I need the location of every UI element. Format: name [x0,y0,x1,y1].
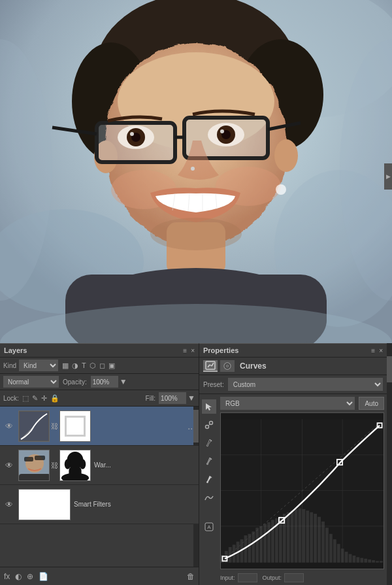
curves-output-value[interactable] [284,573,304,582]
curves-eyedropper-gray[interactable] [202,454,216,469]
opacity-label: Opacity: [63,378,87,386]
svg-rect-95 [306,510,309,562]
layer-chain-icon[interactable]: ⛓ [51,422,58,430]
svg-rect-113 [376,561,379,562]
blend-mode-select[interactable]: Normal Multiply Screen [3,376,59,388]
add-mask-button[interactable]: ◐ [15,572,22,581]
curves-right-column: RGB Red Green Blue Auto [220,397,384,582]
svg-point-22 [130,132,134,136]
svg-point-10 [274,139,298,172]
rgb-channel-row: RGB Red Green Blue Auto [220,397,384,410]
create-group-button[interactable]: ⊕ [27,572,33,581]
layer-visibility-toggle[interactable]: 👁 [3,500,15,509]
svg-rect-107 [353,556,356,563]
svg-point-49 [80,459,86,469]
shape-layer-icon[interactable]: ⬡ [90,361,96,370]
svg-text:A: A [207,524,211,530]
mask-properties-tab[interactable] [220,360,235,372]
properties-panel-header: Properties ≡ × [199,344,387,358]
layer-item[interactable]: 👁 ⛓ [0,407,199,446]
layer-content-thumb [18,410,50,442]
curves-input-value[interactable] [238,573,257,582]
lock-fill-row: Lock: ⬚ ✎ ✛ 🔒 Fill: ▼ [0,390,199,407]
curves-wave-tool[interactable] [202,491,216,505]
layers-panel: Layers ≡ × Kind Kind ▦ ◑ T ⬡ ◻ ▣ [0,343,199,585]
svg-rect-81 [252,531,255,562]
kind-filter-label: Kind [3,362,16,369]
curves-pointer-tool[interactable] [202,399,216,414]
layer-item[interactable]: 👁 ⛓ [0,446,199,485]
layers-header-icons: ≡ × [183,347,195,354]
smart-object-icon[interactable]: ◻ [99,361,105,370]
photo-canvas: ▶ [0,0,392,343]
svg-rect-90 [287,512,290,563]
layer-visibility-toggle[interactable]: 👁 [3,461,15,470]
pixel-layer-icon[interactable]: ▦ [62,361,69,370]
layers-panel-title: Layers [4,346,27,354]
adjustment-properties-tab[interactable] [203,360,218,372]
properties-scroll-thumb[interactable] [387,356,392,382]
layers-scroll-thumb[interactable] [193,410,199,443]
lock-position-icon[interactable]: ⬚ [22,394,29,403]
blend-opacity-row: Normal Multiply Screen Opacity: ▼ [0,374,199,390]
svg-rect-111 [368,560,371,563]
svg-rect-109 [360,558,363,563]
svg-rect-98 [318,517,321,563]
filter-icon[interactable]: ▣ [108,361,115,370]
properties-panel-title: Properties [203,346,238,354]
curves-clip-warning[interactable]: A [202,520,216,534]
svg-point-48 [65,459,71,469]
properties-scrollbar[interactable] [387,343,392,585]
svg-rect-86 [271,520,274,562]
curves-thumb-preview [19,411,49,441]
delete-layer-button[interactable]: 🗑 [187,572,195,581]
svg-rect-82 [255,527,259,562]
svg-rect-112 [372,560,375,563]
curves-tools-column: A [202,397,218,582]
properties-close-icon[interactable]: × [379,347,383,354]
adjustment-layer-icon[interactable]: ◑ [72,361,78,370]
svg-rect-91 [291,510,294,562]
lock-pixel-icon[interactable]: ✎ [32,394,38,403]
svg-point-26 [220,129,224,133]
rgb-channel-select[interactable]: RGB Red Green Blue [220,397,355,410]
curves-eyedropper-black[interactable] [202,436,216,450]
add-fx-button[interactable]: fx [4,572,10,581]
svg-rect-85 [267,522,270,563]
opacity-input[interactable] [91,376,118,388]
create-layer-button[interactable]: 📄 [39,572,48,581]
svg-point-27 [191,167,195,171]
properties-menu-icon[interactable]: ≡ [371,347,375,354]
layer-thumbnails: ⛓ [18,450,91,481]
layer-chain-icon[interactable]: ⛓ [51,461,58,469]
panel-collapse-handle[interactable]: ▶ [384,163,392,190]
curves-graph[interactable] [220,412,384,569]
kind-filter-select[interactable]: Kind [19,359,58,371]
type-layer-icon[interactable]: T [82,361,86,370]
fill-dropdown-arrow[interactable]: ▼ [188,393,195,403]
layer-visibility-toggle[interactable]: 👁 [3,422,15,431]
layers-panel-close-icon[interactable]: × [191,347,195,354]
layers-panel-menu-icon[interactable]: ≡ [183,347,187,354]
output-label: Output: [263,575,282,581]
svg-rect-103 [337,544,340,562]
svg-rect-93 [299,509,302,563]
auto-curves-button[interactable]: Auto [359,397,384,410]
layer-item[interactable]: 👁 Smart Filters [0,485,199,524]
fill-input[interactable] [159,392,186,404]
lock-label: Lock: [3,395,19,402]
lock-move-icon[interactable]: ✛ [41,394,47,403]
curves-eyedropper-white[interactable] [202,473,216,487]
curves-preset-select[interactable]: Custom Default Strong Contrast Linear Co… [228,378,383,391]
layer-name-label: War... [94,461,111,469]
lock-all-icon[interactable]: 🔒 [50,394,59,403]
svg-rect-83 [259,526,263,563]
svg-rect-108 [357,557,360,562]
layers-list[interactable]: 👁 ⛓ [0,407,199,567]
svg-point-34 [150,218,242,250]
kind-filter-icons: ▦ ◑ T ⬡ ◻ ▣ [62,361,115,370]
svg-rect-106 [349,554,352,563]
svg-rect-44 [35,456,45,460]
curves-on-image-tool[interactable] [202,418,216,432]
opacity-dropdown-arrow[interactable]: ▼ [120,377,127,386]
